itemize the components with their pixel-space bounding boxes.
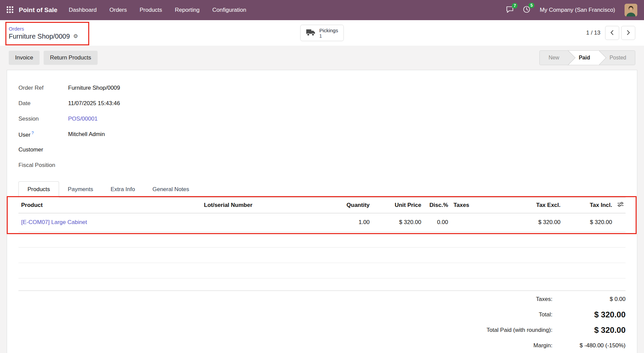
- empty-row: [18, 247, 626, 263]
- menu-orders[interactable]: Orders: [109, 7, 127, 13]
- field-session: Session POS/00001: [18, 111, 626, 127]
- tab-payments[interactable]: Payments: [59, 181, 102, 197]
- pickings-count: 1: [319, 33, 338, 39]
- cell-unit-price[interactable]: $ 320.00: [372, 213, 424, 232]
- form-sheet: Order Ref Furniture Shop/0009 Date 11/07…: [7, 70, 637, 353]
- empty-row: [18, 232, 626, 247]
- total-value: $ -480.00 (-150%): [552, 342, 626, 349]
- empty-row: [18, 263, 626, 278]
- notebook-tabs: Products Payments Extra Info General Not…: [18, 181, 626, 197]
- field-customer: Customer: [18, 142, 626, 158]
- field-label: Customer: [18, 146, 68, 153]
- cell-taxes[interactable]: [451, 213, 498, 232]
- top-navbar: Point of Sale Dashboard Orders Products …: [0, 0, 644, 20]
- cell-tax-incl[interactable]: $ 320.00: [563, 213, 615, 232]
- col-quantity[interactable]: Quantity: [312, 197, 372, 213]
- field-label: Session: [18, 116, 68, 122]
- totals-section: Taxes: $ 0.00 Total: $ 320.00 Total Paid…: [18, 291, 626, 353]
- total-label: Total:: [539, 311, 552, 318]
- tab-extra-info[interactable]: Extra Info: [102, 181, 144, 197]
- field-label: Order Ref: [18, 85, 68, 91]
- avatar-image: [625, 4, 637, 16]
- pager-value: 1 / 13: [586, 30, 600, 36]
- total-value: $ 320.00: [552, 325, 626, 335]
- main-menu: Dashboard Orders Products Reporting Conf…: [69, 7, 246, 13]
- breadcrumb: Orders Furniture Shop/0009 ⚙: [9, 26, 78, 40]
- user-avatar[interactable]: [625, 4, 637, 16]
- total-amount-row: Total: $ 320.00: [18, 307, 626, 322]
- activities-button[interactable]: 5: [523, 6, 530, 14]
- menu-dashboard[interactable]: Dashboard: [69, 7, 97, 13]
- col-taxes[interactable]: Taxes: [451, 197, 498, 213]
- cell-tax-excl[interactable]: $ 320.00: [498, 213, 563, 232]
- invoice-button[interactable]: Invoice: [9, 51, 40, 65]
- field-value[interactable]: Mitchell Admin: [68, 131, 105, 138]
- total-label: Taxes:: [536, 296, 552, 303]
- messages-badge: 7: [512, 3, 518, 8]
- pickings-label: Pickings: [319, 28, 338, 33]
- pager-next-button[interactable]: [621, 26, 635, 40]
- cell-quantity[interactable]: 1.00: [312, 213, 372, 232]
- total-value: $ 320.00: [552, 310, 626, 319]
- sliders-icon: [618, 202, 624, 209]
- cell-lot-serial[interactable]: [201, 213, 312, 232]
- optional-columns-button[interactable]: [615, 197, 626, 213]
- apps-menu-button[interactable]: [7, 6, 13, 14]
- table-header-row: Product Lot/serial Number Quantity Unit …: [18, 197, 626, 213]
- app-name[interactable]: Point of Sale: [19, 6, 57, 14]
- tab-general-notes[interactable]: General Notes: [144, 181, 198, 197]
- return-products-button[interactable]: Return Products: [44, 51, 98, 65]
- control-panel: Orders Furniture Shop/0009 ⚙ Pickings 1 …: [0, 20, 644, 46]
- button-status-row: Invoice Return Products New Paid Posted: [0, 46, 644, 70]
- gear-icon[interactable]: ⚙: [73, 34, 78, 39]
- navbar-right: 7 5 My Company (San Francisco): [506, 4, 637, 16]
- product-link[interactable]: [E-COM07] Large Cabinet: [21, 219, 87, 225]
- breadcrumb-orders-link[interactable]: Orders: [9, 26, 78, 32]
- pager: 1 / 13: [586, 26, 635, 40]
- apps-grid-icon: [7, 6, 13, 14]
- activities-badge: 5: [529, 3, 534, 8]
- col-tax-incl[interactable]: Tax Incl.: [563, 197, 615, 213]
- truck-icon: [306, 29, 315, 37]
- col-product[interactable]: Product: [18, 197, 201, 213]
- cell-discount[interactable]: 0.00: [424, 213, 451, 232]
- help-icon[interactable]: ?: [32, 131, 34, 135]
- order-lines-table: Product Lot/serial Number Quantity Unit …: [18, 197, 626, 278]
- field-value: Furniture Shop/0009: [68, 85, 120, 91]
- field-value: 11/07/2025 15:43:46: [68, 100, 120, 107]
- chevron-left-icon: [609, 30, 615, 37]
- menu-configuration[interactable]: Configuration: [212, 7, 246, 13]
- col-unit-price[interactable]: Unit Price: [372, 197, 424, 213]
- col-lot-serial[interactable]: Lot/serial Number: [201, 197, 312, 213]
- total-paid-row: Total Paid (with rounding): $ 320.00: [18, 322, 626, 338]
- field-fiscal-position: Fiscal Position: [18, 158, 626, 173]
- tab-products[interactable]: Products: [18, 181, 59, 197]
- menu-reporting[interactable]: Reporting: [175, 7, 200, 13]
- messages-button[interactable]: 7: [506, 6, 514, 14]
- total-taxes-row: Taxes: $ 0.00: [18, 292, 626, 307]
- statusbar: New Paid Posted: [539, 50, 635, 65]
- page-title: Furniture Shop/0009: [9, 33, 70, 40]
- pager-previous-button[interactable]: [605, 26, 619, 40]
- field-label: Date: [18, 100, 68, 107]
- col-discount[interactable]: Disc.%: [424, 197, 451, 213]
- status-step-new[interactable]: New: [540, 51, 568, 65]
- chevron-right-icon: [625, 30, 631, 37]
- field-label: User?: [18, 131, 68, 138]
- total-label: Total Paid (with rounding):: [486, 327, 552, 334]
- total-value: $ 0.00: [552, 296, 626, 303]
- total-label: Margin:: [533, 342, 552, 349]
- col-tax-excl[interactable]: Tax Excl.: [498, 197, 563, 213]
- margin-row: Margin: $ -480.00 (-150%): [18, 338, 626, 353]
- field-order-ref: Order Ref Furniture Shop/0009: [18, 80, 626, 96]
- field-user: User? Mitchell Admin: [18, 127, 626, 142]
- menu-products[interactable]: Products: [140, 7, 162, 13]
- table-row[interactable]: [E-COM07] Large Cabinet 1.00 $ 320.00 0.…: [18, 213, 626, 232]
- session-link[interactable]: POS/00001: [68, 116, 98, 122]
- field-label: Fiscal Position: [18, 162, 68, 169]
- company-switcher[interactable]: My Company (San Francisco): [540, 7, 615, 13]
- field-date: Date 11/07/2025 15:43:46: [18, 96, 626, 111]
- pickings-button[interactable]: Pickings 1: [300, 25, 344, 41]
